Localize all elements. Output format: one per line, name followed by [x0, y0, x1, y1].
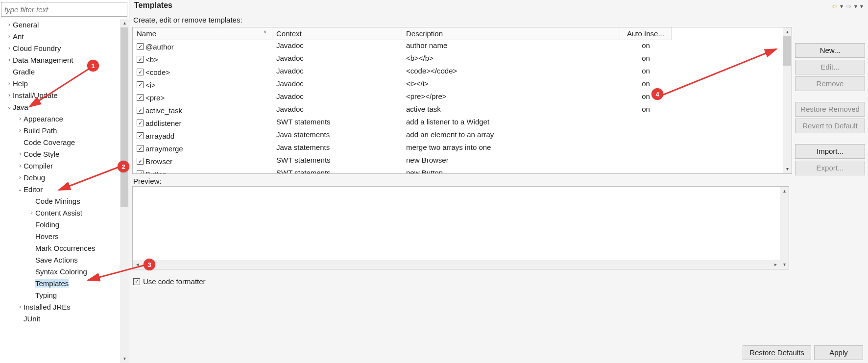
row-description: new Button	[402, 168, 620, 173]
tree-item-markoccurrences[interactable]: Mark Occurrences	[0, 242, 120, 254]
table-row[interactable]: ✓<b>Javadoc<b></b>on	[133, 53, 783, 66]
row-checkbox[interactable]: ✓	[137, 56, 144, 63]
tree-item-help[interactable]: ›Help	[0, 77, 120, 89]
scroll-down-icon[interactable]: ▾	[783, 165, 792, 173]
tree-item-installedjres[interactable]: ›Installed JREs	[0, 301, 120, 313]
table-row[interactable]: ✓BrowserSWT statementsnew Browser	[133, 155, 783, 168]
chevron-down-icon: ⌄	[17, 186, 24, 193]
row-checkbox[interactable]: ✓	[137, 81, 144, 88]
table-scrollbar[interactable]: ▴ ▾	[783, 27, 792, 173]
use-formatter-label: Use code formatter	[143, 277, 206, 286]
dropdown-icon[interactable]: ▾	[840, 3, 843, 10]
tree-item-buildpath[interactable]: ›Build Path	[0, 124, 120, 136]
chevron-right-icon: ›	[6, 80, 13, 87]
tree-item-debug[interactable]: ›Debug	[0, 171, 120, 183]
filter-input[interactable]	[1, 2, 127, 17]
table-row[interactable]: ✓<pre>Javadoc<pre></pre>on	[133, 91, 783, 104]
row-checkbox[interactable]: ✓	[137, 145, 144, 152]
tree-item-codestyle[interactable]: ›Code Style	[0, 148, 120, 160]
chevron-right-icon: ›	[28, 209, 35, 216]
restore-defaults-button[interactable]: Restore Defaults	[743, 345, 811, 360]
tree-item-cloudfoundry[interactable]: ›Cloud Foundry	[0, 42, 120, 54]
table-row[interactable]: ✓<code>Javadoc<code></code>on	[133, 66, 783, 78]
new-button[interactable]: New...	[795, 43, 865, 58]
tree-item-typing[interactable]: Typing	[0, 289, 120, 301]
tree-item-templates[interactable]: Templates	[0, 277, 120, 289]
tree-item-gradle[interactable]: Gradle	[0, 66, 120, 77]
row-checkbox[interactable]: ✓	[137, 69, 144, 75]
tree-item-java[interactable]: ⌄Java	[0, 101, 120, 113]
row-checkbox[interactable]: ✓	[137, 170, 144, 173]
tree-item-datamanagement[interactable]: ›Data Management	[0, 54, 120, 66]
tree-item-saveactions[interactable]: Save Actions	[0, 254, 120, 266]
column-header-description[interactable]: Description	[402, 27, 620, 40]
table-row[interactable]: ✓addlistenerSWT statementsadd a listener…	[133, 117, 783, 129]
column-header-autoinsert[interactable]: Auto Inse...	[620, 27, 672, 40]
tree-item-syntaxcoloring[interactable]: Syntax Coloring	[0, 266, 120, 277]
tree-item-contentassist[interactable]: ›Content Assist	[0, 207, 120, 218]
scroll-left-icon[interactable]: ◂	[133, 260, 142, 269]
row-context: Javadoc	[272, 66, 402, 78]
preview-hscrollbar[interactable]: ◂ ▸	[133, 260, 780, 269]
tree-item-junit[interactable]: JUnit	[0, 313, 120, 324]
tree-item-folding[interactable]: Folding	[0, 218, 120, 230]
table-row[interactable]: ✓@authorJavadocauthor nameon	[133, 40, 783, 53]
tree-item-installupdate[interactable]: ›Install/Update	[0, 89, 120, 101]
dropdown-icon[interactable]: ▾	[860, 3, 863, 10]
export-button[interactable]: Export...	[795, 161, 865, 175]
annotation-badge-3: 3	[144, 259, 155, 270]
tree-item-appearance[interactable]: ›Appearance	[0, 113, 120, 124]
table-row[interactable]: ✓arraymergeJava statementsmerge two arra…	[133, 142, 783, 155]
tree-item-editor[interactable]: ⌄Editor	[0, 183, 120, 195]
tree-item-ant[interactable]: ›Ant	[0, 30, 120, 42]
row-checkbox[interactable]: ✓	[137, 43, 144, 50]
scroll-up-icon[interactable]: ▴	[783, 27, 792, 36]
row-checkbox[interactable]: ✓	[137, 132, 144, 139]
import-button[interactable]: Import...	[795, 144, 865, 159]
row-autoinsert: on	[620, 66, 672, 78]
scroll-down-icon[interactable]: ▾	[780, 260, 789, 269]
row-description: new Browser	[402, 155, 620, 168]
tree-item-compiler[interactable]: ›Compiler	[0, 160, 120, 171]
row-description: add a listener to a Widget	[402, 117, 620, 129]
restore-removed-button[interactable]: Restore Removed	[795, 102, 865, 117]
annotation-badge-2: 2	[118, 161, 129, 172]
row-checkbox[interactable]: ✓	[137, 94, 144, 101]
table-row[interactable]: ✓arrayaddJava statementsadd an element t…	[133, 129, 783, 142]
scroll-right-icon[interactable]: ▸	[771, 260, 780, 269]
row-context: Javadoc	[272, 40, 402, 53]
chevron-right-icon: ›	[6, 33, 13, 40]
row-checkbox[interactable]: ✓	[137, 120, 144, 126]
scroll-up-icon[interactable]: ▴	[780, 187, 789, 195]
tree-item-codecoverage[interactable]: Code Coverage	[0, 136, 120, 148]
chevron-right-icon: ›	[6, 56, 13, 63]
tree-item-general[interactable]: ›General	[0, 19, 120, 30]
tree-scrollbar[interactable]: ▴ ▾	[120, 19, 129, 363]
column-header-context[interactable]: Context	[272, 27, 402, 40]
scroll-up-icon[interactable]: ▴	[120, 19, 129, 27]
preview-area: ▴ ▾ ◂ ▸	[132, 186, 789, 269]
annotation-badge-1: 1	[87, 60, 99, 72]
row-checkbox[interactable]: ✓	[137, 107, 144, 114]
table-row[interactable]: ✓<i>Javadoc<i></i>on	[133, 78, 783, 91]
remove-button[interactable]: Remove	[795, 76, 865, 91]
tree-item-codeminings[interactable]: Code Minings	[0, 195, 120, 207]
use-formatter-checkbox[interactable]: ✓	[133, 278, 140, 285]
scroll-down-icon[interactable]: ▾	[120, 354, 129, 363]
nav-back-icon[interactable]: ⇦	[832, 3, 837, 10]
revert-to-default-button[interactable]: Revert to Default	[795, 119, 865, 133]
row-name: <i>	[145, 81, 156, 89]
edit-button[interactable]: Edit...	[795, 60, 865, 74]
row-description: <i></i>	[402, 78, 620, 91]
row-autoinsert	[620, 155, 672, 168]
apply-button[interactable]: Apply	[814, 345, 863, 360]
row-description: merge two arrays into one	[402, 142, 620, 155]
nav-forward-icon[interactable]: ⇨	[846, 3, 851, 10]
table-row[interactable]: ✓ButtonSWT statementsnew Button	[133, 168, 783, 173]
row-checkbox[interactable]: ✓	[137, 158, 144, 165]
table-row[interactable]: ✓active_taskJavadocactive taskon	[133, 104, 783, 117]
column-header-name[interactable]: Name∨	[133, 27, 272, 40]
tree-item-hovers[interactable]: Hovers	[0, 230, 120, 242]
dropdown-icon[interactable]: ▾	[854, 3, 857, 10]
preview-vscrollbar[interactable]: ▴ ▾	[780, 187, 789, 269]
